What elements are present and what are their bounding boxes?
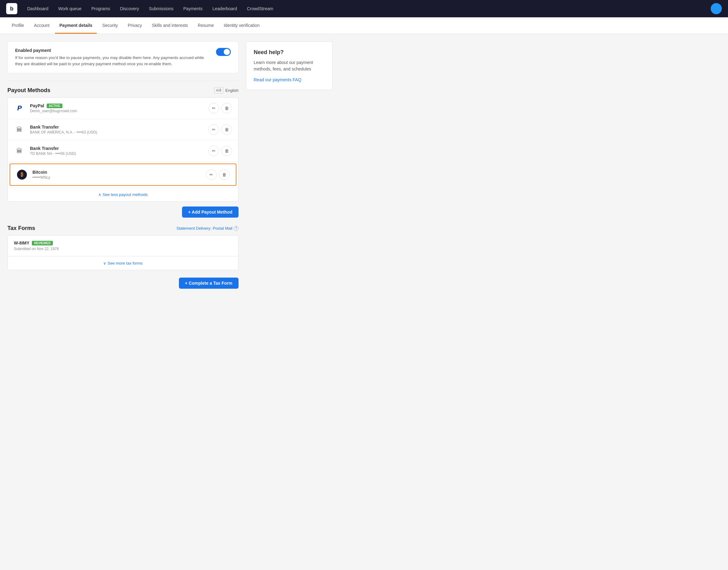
tax-forms-title: Tax Forms — [7, 225, 35, 232]
tax-forms-card: W-8IMY REVIEWED Submitted on Nov 22, 197… — [7, 235, 239, 270]
bank2-icon: 🏛 — [14, 145, 25, 157]
bank1-icon: 🏛 — [14, 124, 25, 135]
add-payout-method-container: + Add Payout Method — [7, 207, 239, 218]
bank1-detail: BANK OF AMERICA, N.A. - ••••63 (USD) — [30, 130, 204, 134]
paypal-name: PayPal ACTIVE — [30, 103, 204, 108]
payout-methods-header: Payout Methods A译 English — [7, 87, 239, 94]
nav-dashboard[interactable]: Dashboard — [23, 4, 52, 13]
right-panel: Need help? Learn more about our payment … — [246, 41, 333, 289]
tab-privacy[interactable]: Privacy — [123, 17, 146, 34]
bank1-name: Bank Transfer — [30, 124, 204, 129]
bitcoin-icon: ₿ — [16, 169, 27, 180]
payout-item-bitcoin-wrapper: ₿ Bitcoin ••••••WNLy ✏ 🗑 — [10, 164, 237, 186]
bitcoin-detail: ••••••WNLy — [32, 175, 201, 180]
help-box-description: Learn more about our payment methods, fe… — [254, 59, 325, 72]
tax-submitted-date: Submitted on Nov 22, 1978 — [14, 247, 232, 251]
bank2-edit-button[interactable]: ✏ — [209, 146, 219, 156]
nav-payments[interactable]: Payments — [179, 4, 206, 13]
bank1-actions: ✏ 🗑 — [209, 124, 232, 135]
nav-leaderboard[interactable]: Leaderboard — [209, 4, 241, 13]
language-icon: A译 — [214, 87, 224, 94]
complete-tax-form-button[interactable]: + Complete a Tax Form — [179, 278, 239, 289]
bank2-actions: ✏ 🗑 — [209, 146, 232, 156]
bank2-delete-button[interactable]: 🗑 — [222, 146, 232, 156]
statement-delivery-help-icon[interactable]: ? — [234, 226, 239, 231]
tax-item-w8imy: W-8IMY REVIEWED Submitted on Nov 22, 197… — [8, 236, 238, 256]
paypal-detail: Demo_user@bugcrowd.com — [30, 109, 204, 113]
tab-profile[interactable]: Profile — [7, 17, 28, 34]
tab-resume[interactable]: Resume — [194, 17, 218, 34]
top-navigation: b Dashboard Work queue Programs Discover… — [0, 0, 728, 17]
payout-item-paypal: P PayPal ACTIVE Demo_user@bugcrowd.com ✏… — [8, 98, 238, 119]
tab-account[interactable]: Account — [30, 17, 54, 34]
bank1-edit-button[interactable]: ✏ — [209, 124, 219, 135]
paypal-actions: ✏ 🗑 — [209, 103, 232, 113]
payout-item-bank1: 🏛 Bank Transfer BANK OF AMERICA, N.A. - … — [8, 119, 238, 140]
payout-item-bitcoin: ₿ Bitcoin ••••••WNLy ✏ 🗑 — [10, 164, 236, 185]
bank1-info: Bank Transfer BANK OF AMERICA, N.A. - ••… — [30, 124, 204, 134]
bank2-info: Bank Transfer TD BANK NA - ••••56 (USD) — [30, 146, 204, 156]
language-label: English — [225, 88, 239, 93]
payout-item-bank2: 🏛 Bank Transfer TD BANK NA - ••••56 (USD… — [8, 140, 238, 162]
nav-discovery[interactable]: Discovery — [116, 4, 142, 13]
divider — [7, 81, 239, 81]
help-box-link[interactable]: Read our payments FAQ — [254, 77, 301, 82]
paypal-active-badge: ACTIVE — [47, 103, 62, 108]
nav-submissions[interactable]: Submissions — [145, 4, 177, 13]
statement-delivery: Statement Delivery: Postal Mail ? — [176, 226, 239, 231]
bitcoin-delete-button[interactable]: 🗑 — [219, 170, 230, 180]
tab-payment-details[interactable]: Payment details — [55, 17, 97, 34]
nav-work-queue[interactable]: Work queue — [55, 4, 85, 13]
payment-toggle[interactable] — [216, 48, 231, 56]
bitcoin-actions: ✏ 🗑 — [206, 170, 230, 180]
main-content: Enabled payment If for some reason you'd… — [0, 34, 340, 296]
tab-identity-verification[interactable]: Identity verification — [220, 17, 264, 34]
see-less-payout-link[interactable]: ∧ See less payout methods — [8, 188, 238, 201]
nav-crowdstream[interactable]: CrowdStream — [243, 4, 277, 13]
see-more-tax-forms-link[interactable]: ∨ See more tax forms — [8, 256, 238, 270]
bank2-detail: TD BANK NA - ••••56 (USD) — [30, 152, 204, 156]
enabled-payment-title: Enabled payment — [15, 48, 211, 53]
paypal-icon: P — [14, 103, 25, 114]
tax-reviewed-badge: REVIEWED — [32, 241, 52, 245]
enabled-payment-text: Enabled payment If for some reason you'd… — [15, 48, 211, 67]
add-payout-method-button[interactable]: + Add Payout Method — [182, 207, 239, 218]
enabled-payment-section: Enabled payment If for some reason you'd… — [7, 41, 239, 73]
paypal-edit-button[interactable]: ✏ — [209, 103, 219, 113]
tab-skills-interests[interactable]: Skills and interests — [147, 17, 192, 34]
language-badge: A译 English — [214, 87, 239, 94]
user-avatar[interactable] — [711, 3, 722, 14]
bank1-delete-button[interactable]: 🗑 — [222, 124, 232, 135]
paypal-info: PayPal ACTIVE Demo_user@bugcrowd.com — [30, 103, 204, 113]
bitcoin-info: Bitcoin ••••••WNLy — [32, 170, 201, 180]
tax-forms-section: Tax Forms Statement Delivery: Postal Mai… — [7, 225, 239, 270]
bitcoin-name: Bitcoin — [32, 170, 201, 175]
enabled-payment-description: If for some reason you'd like to pause p… — [15, 55, 211, 67]
paypal-delete-button[interactable]: 🗑 — [222, 103, 232, 113]
left-panel: Enabled payment If for some reason you'd… — [7, 41, 239, 289]
complete-tax-form-container: + Complete a Tax Form — [7, 278, 239, 289]
bank2-name: Bank Transfer — [30, 146, 204, 151]
help-box: Need help? Learn more about our payment … — [246, 41, 333, 90]
payout-methods-title: Payout Methods — [7, 87, 50, 94]
payout-methods-card: P PayPal ACTIVE Demo_user@bugcrowd.com ✏… — [7, 97, 239, 202]
tab-security[interactable]: Security — [98, 17, 122, 34]
bitcoin-edit-button[interactable]: ✏ — [206, 170, 217, 180]
help-box-title: Need help? — [254, 49, 325, 56]
sub-navigation: Profile Account Payment details Security… — [0, 17, 728, 34]
tax-forms-header: Tax Forms Statement Delivery: Postal Mai… — [7, 225, 239, 232]
nav-programs[interactable]: Programs — [88, 4, 114, 13]
logo[interactable]: b — [6, 3, 17, 14]
tax-form-name: W-8IMY REVIEWED — [14, 241, 232, 245]
